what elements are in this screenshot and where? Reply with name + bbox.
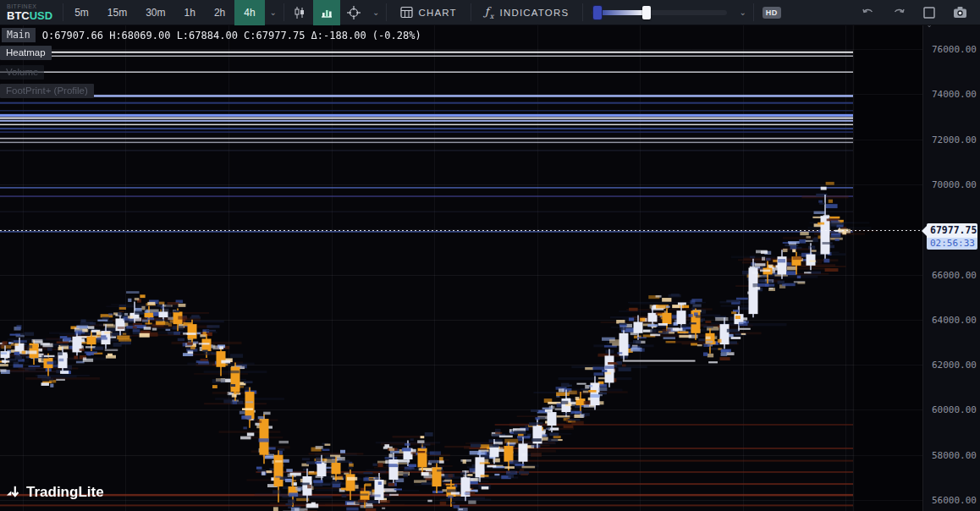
slider-dropdown-chevron-icon[interactable]: ⌄ <box>734 0 751 25</box>
undo-icon <box>862 7 875 19</box>
overlay-label-heatmap[interactable]: Heatmap <box>0 46 52 60</box>
toolbar-divider <box>582 3 583 21</box>
tradinglite-logo-text: TradingLite <box>26 484 104 501</box>
timeframe-5m[interactable]: 5m <box>65 0 98 25</box>
style-dropdown-chevron-icon[interactable]: ⌄ <box>367 0 384 25</box>
last-price-value: 67977.75 <box>927 223 977 238</box>
toolbar-divider <box>471 3 471 21</box>
price-tick-label: 72000.00 <box>932 135 977 146</box>
price-tick-label: 66000.00 <box>932 270 977 281</box>
price-tick-label: 60000.00 <box>932 404 977 415</box>
price-tick-label: 56000.00 <box>932 495 977 506</box>
volume-bars-icon <box>320 6 333 19</box>
overlay-label-footprint[interactable]: FootPrint+ (Profile) <box>0 84 94 98</box>
timeframe-30m[interactable]: 30m <box>136 0 174 25</box>
main-pane-chip[interactable]: Main <box>2 28 36 42</box>
camera-icon <box>953 6 967 19</box>
ohlc-readout: Main O:67907.66 H:68069.00 L:67884.00 C:… <box>0 28 421 42</box>
price-tick-label: 64000.00 <box>932 315 977 326</box>
indicators-button-label: INDICATORS <box>500 8 570 18</box>
candle-countdown: 02:56:33 <box>927 238 977 250</box>
layout-window-button[interactable]: ⌄ <box>914 0 944 25</box>
overlay-label-volume[interactable]: Volume <box>0 65 44 80</box>
tradinglite-logo[interactable]: TradingLite <box>6 484 104 501</box>
price-tick-label: 74000.00 <box>932 89 977 100</box>
slider-track[interactable] <box>592 10 727 15</box>
chart-button[interactable]: CHART <box>388 0 468 25</box>
symbol-pair: BTCUSD <box>7 10 52 22</box>
redo-icon <box>892 7 906 19</box>
undo-button[interactable] <box>853 0 884 25</box>
ohlc-values: O:67907.66 H:68069.00 L:67884.00 C:67977… <box>42 30 421 41</box>
timeframe-group: 5m 15m 30m 1h 2h 4h ⌄ <box>65 0 282 25</box>
slider-handle-min[interactable] <box>593 6 602 19</box>
price-tick-label: 62000.00 <box>932 360 977 371</box>
chart-layout-icon <box>400 6 413 19</box>
price-axis[interactable]: 76000.0074000.0072000.0070000.0068000.00… <box>922 25 980 511</box>
window-chevron-icon: ⌄ <box>927 23 933 28</box>
screenshot-button[interactable] <box>944 0 975 25</box>
crosshair-icon <box>346 5 361 20</box>
symbol-quote: USD <box>30 9 52 22</box>
last-price-tag: 67977.75 02:56:33 <box>927 223 977 250</box>
price-chart-canvas[interactable] <box>0 25 980 511</box>
hd-quality-button[interactable]: HD <box>763 7 781 19</box>
toolbar-divider <box>386 3 387 21</box>
tradinglite-logo-icon <box>6 485 21 500</box>
price-tick-label: 70000.00 <box>932 179 977 190</box>
footprint-style-button[interactable] <box>313 0 340 25</box>
fx-icon: ƒx <box>485 5 495 20</box>
symbol-selector[interactable]: BITFINEX BTCUSD <box>0 0 61 25</box>
symbol-base: BTC <box>7 9 30 22</box>
top-toolbar: BITFINEX BTCUSD 5m 15m 30m 1h 2h 4h ⌄ <box>0 0 980 25</box>
chart-button-label: CHART <box>418 8 456 18</box>
crosshair-style-button[interactable] <box>340 0 367 25</box>
timeframe-4h[interactable]: 4h <box>234 0 264 25</box>
heatmap-intensity-slider[interactable] <box>585 0 734 25</box>
price-tick-label: 58000.00 <box>932 450 977 461</box>
window-icon <box>922 6 936 19</box>
timeframe-15m[interactable]: 15m <box>98 0 136 25</box>
toolbar-right-group: ⌄ <box>853 0 980 25</box>
timeframe-2h[interactable]: 2h <box>205 0 234 25</box>
toolbar-divider <box>63 3 63 21</box>
candlestick-icon <box>293 6 306 19</box>
slider-handle-max[interactable] <box>642 6 651 19</box>
tradinglite-app: BITFINEX BTCUSD 5m 15m 30m 1h 2h 4h ⌄ <box>0 0 980 511</box>
timeframe-1h[interactable]: 1h <box>175 0 205 25</box>
toolbar-divider <box>284 3 284 21</box>
toolbar-divider <box>753 3 754 21</box>
slider-fill <box>598 10 646 15</box>
timeframe-dropdown-chevron-icon[interactable]: ⌄ <box>265 8 282 17</box>
indicators-button[interactable]: ƒx INDICATORS <box>473 0 581 25</box>
price-tick-label: 76000.00 <box>932 44 977 55</box>
candlestick-style-button[interactable] <box>286 0 313 25</box>
redo-button[interactable] <box>884 0 914 25</box>
